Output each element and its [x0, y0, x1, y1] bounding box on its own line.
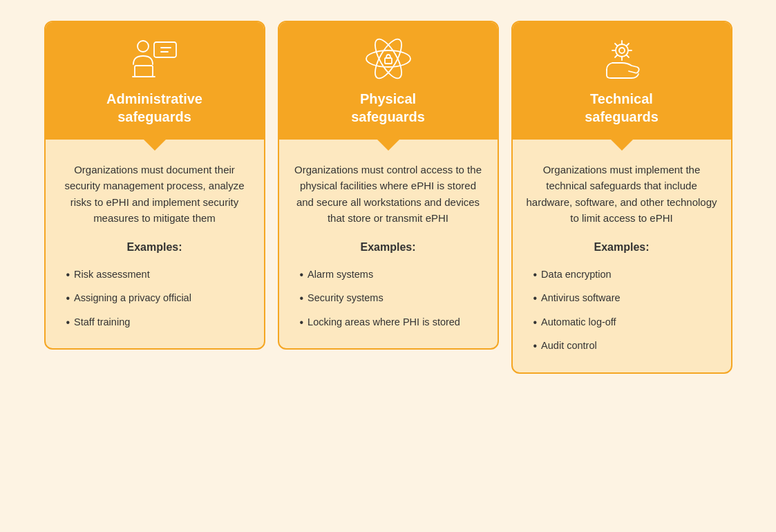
card-administrative: Administrativesafeguards Organizations m…	[44, 21, 265, 350]
list-item: Risk assessment	[66, 263, 250, 287]
list-item: Staff training	[66, 311, 250, 334]
svg-point-0	[138, 41, 149, 52]
card-body-physical: Organizations must control access to the…	[279, 140, 498, 348]
examples-label-technical: Examples:	[594, 241, 649, 254]
list-item: Security systems	[300, 287, 484, 310]
examples-list-administrative: Risk assessment Assigning a privacy offi…	[59, 263, 250, 334]
card-header-technical: Technicalsafeguards	[513, 22, 731, 140]
list-item: Audit control	[533, 334, 717, 358]
svg-line-19	[615, 55, 618, 58]
svg-rect-4	[135, 66, 153, 77]
svg-line-16	[615, 44, 618, 46]
main-container: Administrativesafeguards Organizations m…	[0, 0, 776, 532]
atom-lock-icon	[361, 35, 416, 83]
svg-line-18	[626, 44, 629, 46]
gear-hand-icon	[594, 35, 650, 83]
list-item: Assigning a privacy official	[66, 287, 250, 310]
list-item: Antivirus software	[533, 287, 717, 310]
person-computer-icon	[127, 35, 182, 83]
svg-point-6	[366, 50, 410, 67]
svg-point-11	[619, 48, 625, 53]
card-body-technical: Organizations must implement the technic…	[513, 140, 731, 372]
svg-line-17	[626, 55, 629, 58]
card-title-physical: Physicalsafeguards	[351, 90, 425, 126]
list-item: Automatic log-off	[533, 311, 717, 334]
card-description-technical: Organizations must implement the technic…	[527, 162, 717, 226]
card-title-administrative: Administrativesafeguards	[106, 90, 202, 126]
list-item: Alarm systems	[300, 263, 484, 287]
card-header-administrative: Administrativesafeguards	[46, 22, 264, 140]
card-physical: Physicalsafeguards Organizations must co…	[278, 21, 499, 350]
card-description-administrative: Organizations must document their securi…	[59, 162, 250, 226]
list-item: Locking areas where PHI is stored	[300, 311, 484, 334]
examples-label-administrative: Examples:	[126, 241, 182, 254]
examples-list-technical: Data encryption Antivirus software Autom…	[527, 263, 717, 359]
svg-rect-1	[154, 42, 176, 57]
card-description-physical: Organizations must control access to the…	[293, 162, 484, 226]
list-item: Data encryption	[533, 263, 717, 287]
card-technical: Technicalsafeguards Organizations must i…	[511, 21, 732, 374]
examples-list-physical: Alarm systems Security systems Locking a…	[293, 263, 484, 334]
card-title-technical: Technicalsafeguards	[585, 90, 659, 126]
card-header-physical: Physicalsafeguards	[279, 22, 498, 140]
card-body-administrative: Organizations must document their securi…	[46, 140, 264, 348]
svg-rect-9	[385, 58, 392, 64]
examples-label-physical: Examples:	[360, 241, 415, 254]
